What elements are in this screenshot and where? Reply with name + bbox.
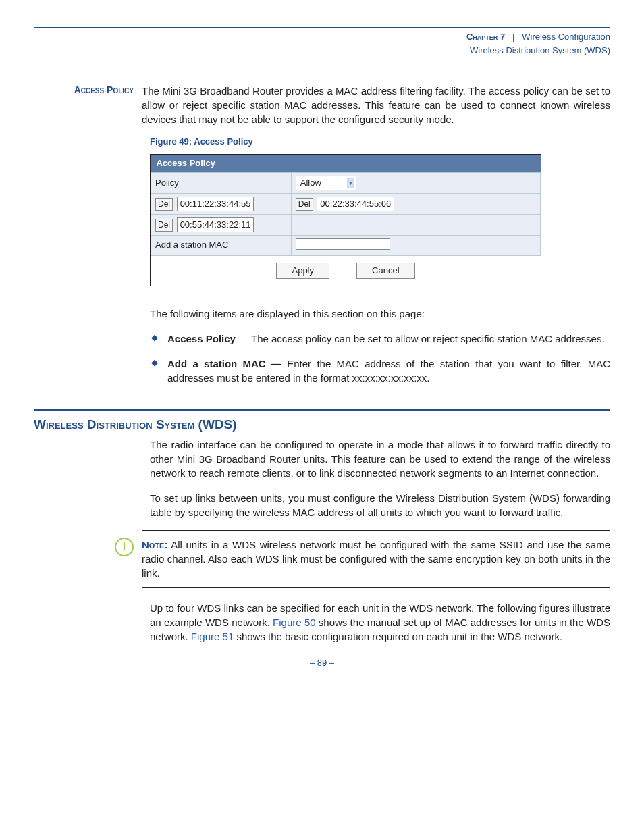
chevron-down-icon: ▾ (347, 178, 354, 188)
wds-heading: Wireless Distribution System (WDS) (34, 416, 610, 434)
chapter-title: Wireless Configuration (522, 32, 610, 42)
del-button-1[interactable]: Del (155, 198, 173, 211)
del-button-3[interactable]: Del (155, 219, 173, 232)
access-policy-intro: The Mini 3G Broadband Router provides a … (142, 84, 610, 126)
policy-row-label: Policy (151, 172, 292, 193)
mac-cell-empty (291, 215, 540, 236)
mac-cell-2: Del 00:22:33:44:55:66 (291, 193, 540, 214)
policy-row-value-cell: Allow ▾ (291, 172, 540, 193)
mac-value-3[interactable]: 00:55:44:33:22:11 (177, 217, 254, 232)
mac-cell-3: Del 00:55:44:33:22:11 (151, 215, 292, 236)
access-policy-bullets: Access Policy — The access policy can be… (150, 332, 610, 385)
figure-51-link[interactable]: Figure 51 (191, 631, 234, 642)
figure-buttons-row: Apply Cancel (151, 263, 541, 279)
wds-p1: The radio interface can be configured to… (150, 438, 610, 480)
mac-value-2[interactable]: 00:22:33:44:55:66 (317, 197, 394, 211)
access-policy-side-label: Access Policy (34, 84, 142, 126)
cancel-button[interactable]: Cancel (356, 263, 414, 279)
apply-button[interactable]: Apply (276, 263, 329, 279)
figure-49-caption: Figure 49: Access Policy (150, 136, 610, 148)
wds-p2: To set up links between units, you must … (150, 491, 610, 519)
bullet-term-1: Add a station MAC — (167, 358, 287, 369)
section-rule (34, 409, 610, 411)
mac-cell-1: Del 00:11:22:33:44:55 (151, 193, 292, 214)
wds-p3: Up to four WDS links can be specified fo… (150, 601, 610, 644)
chapter-label: Chapter 7 (466, 32, 505, 42)
page-number: – 89 – (34, 657, 610, 669)
note-body: Note: All units in a WDS wireless networ… (142, 538, 610, 580)
add-mac-input-cell (291, 236, 540, 255)
del-button-2[interactable]: Del (296, 198, 313, 211)
header-rule (34, 27, 610, 28)
bullet-access-policy: Access Policy — The access policy can be… (150, 332, 610, 346)
bullet-term-0: Access Policy (167, 333, 236, 344)
note-label: Note: (142, 539, 167, 550)
bullet-sep-0: — (236, 333, 251, 344)
policy-select[interactable]: Allow ▾ (296, 176, 356, 190)
add-mac-input[interactable] (296, 238, 390, 250)
bullet-add-station-mac: Add a station MAC — Enter the MAC addres… (150, 357, 610, 385)
note-block: i Note: All units in a WDS wireless netw… (142, 530, 610, 588)
bullet-desc-0: The access policy can be set to allow or… (251, 333, 605, 344)
access-policy-panel-title: Access Policy (151, 155, 541, 173)
access-policy-table: Access Policy Policy Allow ▾ Del 00:11:2… (151, 155, 541, 256)
policy-select-value: Allow (300, 177, 321, 189)
page-header-line2: Wireless Distribution System (WDS) (34, 45, 610, 57)
add-mac-label: Add a station MAC (151, 236, 292, 255)
note-text: All units in a WDS wireless network must… (142, 539, 610, 579)
items-intro: The following items are displayed in thi… (150, 307, 610, 321)
figure-49-box: Access Policy Policy Allow ▾ Del 00:11:2… (150, 154, 541, 286)
page-header-line1: Chapter 7 | Wireless Configuration (34, 31, 610, 43)
header-separator: | (512, 32, 514, 42)
mac-value-1[interactable]: 00:11:22:33:44:55 (177, 197, 254, 211)
wds-p3c: shows the basic configuration required o… (234, 631, 562, 642)
figure-50-link[interactable]: Figure 50 (273, 617, 315, 628)
info-icon: i (115, 538, 134, 556)
